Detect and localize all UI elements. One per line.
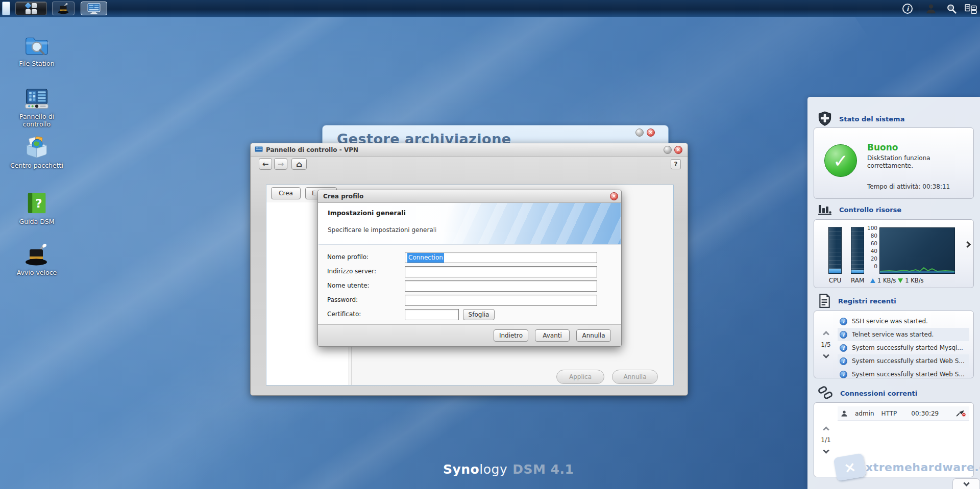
cancel-dialog-button[interactable]: Annulla — [576, 329, 611, 342]
close-icon[interactable]: × — [647, 128, 655, 137]
close-icon[interactable]: × — [674, 146, 682, 154]
forward-button[interactable]: → — [274, 158, 287, 170]
main-menu-icon — [26, 3, 37, 14]
connection-user: admin — [855, 410, 874, 417]
info-bullet-icon: i — [840, 331, 847, 339]
username-field[interactable] — [405, 280, 597, 292]
form-row-certificate: Certificato: Sfoglia — [318, 309, 621, 320]
home-button[interactable]: ⌂ — [291, 158, 307, 170]
widget-title: Connessioni correnti — [840, 390, 917, 397]
user-silhouette-icon — [925, 3, 937, 14]
desktop-icon-file-station[interactable]: File Station — [8, 32, 65, 67]
widgets-panels-icon — [965, 4, 977, 14]
user-menu-button[interactable] — [924, 3, 938, 15]
user-silhouette-icon — [841, 410, 848, 417]
search-icon — [946, 3, 957, 14]
next-step-button[interactable]: Avanti — [535, 329, 570, 342]
profile-name-field[interactable]: Connection — [405, 252, 597, 263]
connections-pager: 1/1 — [814, 403, 838, 477]
chain-link-icon — [818, 385, 833, 401]
system-info-button[interactable]: i — [900, 3, 915, 15]
info-bullet-icon: i — [840, 344, 847, 352]
system-status-card: ✓ Buono DiskStation funziona correttamen… — [814, 127, 974, 199]
create-profile-dialog: Crea profilo × Impostazioni generali Spe… — [317, 190, 622, 347]
page-up-icon[interactable] — [823, 331, 829, 338]
desktop-icon-label: Guida DSM — [8, 218, 65, 225]
log-document-icon — [818, 294, 831, 308]
log-row[interactable]: iSystem successfully started Web S... — [838, 368, 969, 381]
y-tick: 20 — [864, 255, 877, 262]
certificate-field[interactable] — [405, 309, 459, 320]
cpu-meter — [828, 227, 842, 274]
dialog-title: Crea profilo — [323, 193, 363, 200]
y-tick: 100 — [864, 225, 877, 231]
download-arrow-icon — [898, 278, 903, 283]
desktop-icon-label: File Station — [8, 60, 65, 67]
control-panel-window-icon — [87, 3, 101, 14]
forward-icon: → — [278, 160, 284, 169]
file-station-icon — [24, 35, 49, 57]
logs-pager: 1/5 — [814, 311, 838, 378]
main-menu-button[interactable] — [15, 2, 47, 15]
sidebar-collapse-tab[interactable] — [952, 478, 980, 489]
desktop-icon-label: Avvio veloce — [8, 269, 65, 276]
page-up-icon[interactable] — [823, 426, 829, 433]
page-down-icon[interactable] — [823, 352, 829, 358]
dialog-heading: Impostazioni generali — [328, 209, 406, 217]
y-tick: 0 — [864, 263, 877, 269]
cpu-label: CPU — [828, 277, 842, 284]
log-row[interactable]: iSystem successfully started Mysql... — [838, 341, 969, 354]
apply-button[interactable]: Applica — [556, 370, 604, 384]
server-address-field[interactable] — [405, 266, 597, 277]
browse-button[interactable]: Sfoglia — [463, 309, 495, 320]
vpn-window-titlebar[interactable]: Pannello di controllo - VPN × — [251, 143, 688, 157]
quick-start-taskbar-button[interactable] — [52, 2, 75, 15]
desktop-icon-control-panel[interactable]: Pannello di controllo — [8, 85, 65, 128]
ram-label: RAM — [851, 277, 864, 284]
status-value: Buono — [867, 142, 898, 152]
pilot-view-button[interactable] — [964, 3, 978, 15]
home-icon: ⌂ — [296, 159, 302, 169]
recent-logs-card: 1/5 iSSH service was started. iTelnet se… — [814, 311, 974, 378]
y-tick: 80 — [864, 233, 877, 239]
expand-resource-chevron-icon[interactable] — [964, 241, 971, 248]
log-row[interactable]: iSSH service was started. — [838, 315, 969, 328]
network-graph-lines — [880, 228, 954, 273]
create-profile-button[interactable]: Crea — [271, 187, 301, 199]
close-icon[interactable]: × — [610, 192, 618, 200]
disconnect-icon[interactable] — [956, 409, 966, 418]
connections-empty-area — [838, 421, 969, 473]
dsm-branding: SynologyDSM 4.1 — [443, 462, 574, 477]
desktop-icon-dsm-help[interactable]: ? Guida DSM — [8, 190, 65, 225]
network-rates: 1 KB/s 1 KB/s — [870, 277, 924, 284]
y-tick: 40 — [864, 248, 877, 254]
brand-bold: Syno — [443, 462, 479, 477]
desktop-icon-quick-start[interactable]: Avvio veloce — [8, 241, 65, 276]
chevron-down-icon — [963, 480, 970, 486]
current-connections-card: 1/1 admin HTTP 00:30:29 — [814, 402, 974, 477]
minimize-button[interactable] — [635, 128, 644, 137]
dialog-titlebar[interactable]: Crea profilo × — [318, 190, 621, 203]
uptime-text: Tempo di attività: 00:38:11 — [867, 183, 950, 190]
log-row[interactable]: iSystem successfully started Web S... — [838, 354, 969, 368]
resource-monitor-header: Controllo risorse — [818, 203, 901, 216]
connection-row[interactable]: admin HTTP 00:30:29 — [838, 406, 969, 421]
show-desktop-button[interactable] — [2, 2, 10, 15]
taskbar: i — [0, 0, 980, 17]
back-button[interactable]: ← — [259, 158, 272, 170]
log-row[interactable]: iTelnet service was started. — [838, 328, 969, 341]
password-field[interactable] — [405, 295, 597, 306]
log-text: Telnet service was started. — [852, 331, 934, 338]
help-button[interactable]: ? — [671, 159, 681, 169]
network-graph — [879, 227, 955, 274]
active-window-taskbar-button[interactable] — [81, 2, 107, 15]
minimize-button[interactable] — [664, 146, 672, 154]
search-button[interactable] — [944, 3, 959, 15]
dialog-footer: Indietro Avanti Annulla — [318, 324, 621, 346]
back-step-button[interactable]: Indietro — [494, 329, 528, 342]
connections-page-indicator: 1/1 — [821, 436, 830, 444]
page-down-icon[interactable] — [823, 447, 829, 454]
desktop-icon-package-center[interactable]: Centro pacchetti — [8, 134, 65, 169]
cancel-button[interactable]: Annulla — [612, 370, 658, 384]
log-text: System successfully started Mysql... — [852, 344, 963, 351]
